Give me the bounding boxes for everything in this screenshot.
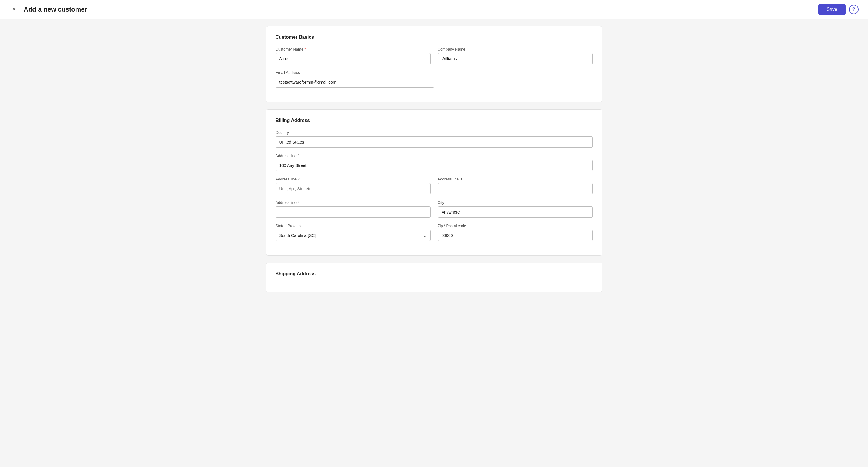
address1-label: Address line 1 bbox=[276, 154, 593, 158]
zip-input[interactable] bbox=[438, 230, 593, 241]
address3-input[interactable] bbox=[438, 183, 593, 194]
address4-city-row: Address line 4 City bbox=[276, 200, 593, 218]
customer-name-group: Customer Name * bbox=[276, 47, 431, 64]
city-label: City bbox=[438, 200, 593, 205]
billing-address-section: Billing Address Country Address line 1 A… bbox=[266, 109, 602, 255]
address2-3-row: Address line 2 Address line 3 bbox=[276, 177, 593, 194]
customer-basics-title: Customer Basics bbox=[276, 35, 593, 40]
save-button[interactable]: Save bbox=[818, 4, 845, 15]
address2-label: Address line 2 bbox=[276, 177, 431, 181]
header-left: × Add a new customer bbox=[9, 5, 87, 14]
shipping-address-title: Shipping Address bbox=[276, 271, 593, 277]
state-select[interactable]: South Carolina [SC] Alabama [AL] Alaska … bbox=[276, 230, 431, 241]
name-row: Customer Name * Company Name bbox=[276, 47, 593, 64]
company-name-input[interactable] bbox=[438, 53, 593, 64]
email-row: Email Address bbox=[276, 70, 593, 88]
close-button[interactable]: × bbox=[9, 5, 19, 14]
email-label: Email Address bbox=[276, 70, 434, 75]
help-button[interactable]: ? bbox=[849, 5, 859, 14]
billing-address-title: Billing Address bbox=[276, 118, 593, 123]
address4-label: Address line 4 bbox=[276, 200, 431, 205]
address1-input[interactable] bbox=[276, 160, 593, 171]
address1-row: Address line 1 bbox=[276, 154, 593, 171]
close-icon: × bbox=[13, 6, 16, 12]
page-header: × Add a new customer Save ? bbox=[0, 0, 868, 19]
customer-basics-section: Customer Basics Customer Name * Company … bbox=[266, 26, 602, 102]
email-group: Email Address bbox=[276, 70, 434, 88]
zip-group: Zip / Postal code bbox=[438, 224, 593, 241]
country-row: Country bbox=[276, 130, 593, 148]
state-label: State / Province bbox=[276, 224, 431, 228]
city-group: City bbox=[438, 200, 593, 218]
customer-name-label: Customer Name * bbox=[276, 47, 431, 52]
address3-label: Address line 3 bbox=[438, 177, 593, 181]
state-group: State / Province South Carolina [SC] Ala… bbox=[276, 224, 431, 241]
state-zip-row: State / Province South Carolina [SC] Ala… bbox=[276, 224, 593, 241]
required-indicator: * bbox=[305, 47, 306, 52]
country-label: Country bbox=[276, 130, 593, 135]
address1-group: Address line 1 bbox=[276, 154, 593, 171]
address2-group: Address line 2 bbox=[276, 177, 431, 194]
company-name-group: Company Name bbox=[438, 47, 593, 64]
page-content: Customer Basics Customer Name * Company … bbox=[213, 19, 656, 306]
customer-name-input[interactable] bbox=[276, 53, 431, 64]
address2-input[interactable] bbox=[276, 183, 431, 194]
address4-input[interactable] bbox=[276, 207, 431, 218]
address4-group: Address line 4 bbox=[276, 200, 431, 218]
state-select-wrapper: South Carolina [SC] Alabama [AL] Alaska … bbox=[276, 230, 431, 241]
shipping-address-section: Shipping Address bbox=[266, 262, 602, 292]
company-name-label: Company Name bbox=[438, 47, 593, 52]
page-title: Add a new customer bbox=[24, 6, 87, 13]
email-input[interactable] bbox=[276, 76, 434, 88]
zip-label: Zip / Postal code bbox=[438, 224, 593, 228]
address3-group: Address line 3 bbox=[438, 177, 593, 194]
country-group: Country bbox=[276, 130, 593, 148]
city-input[interactable] bbox=[438, 207, 593, 218]
header-right: Save ? bbox=[818, 4, 859, 15]
country-input[interactable] bbox=[276, 136, 593, 148]
